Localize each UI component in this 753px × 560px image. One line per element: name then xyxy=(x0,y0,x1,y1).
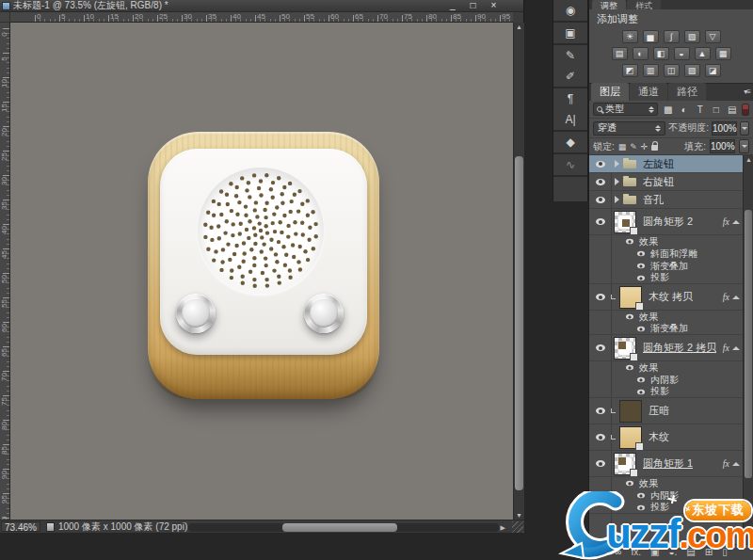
tool-presets-icon[interactable]: ✐ xyxy=(558,66,583,87)
eye-icon[interactable] xyxy=(637,326,645,331)
layer-filter-dropdown[interactable]: 类型 xyxy=(593,103,658,116)
collapse-effects-icon[interactable] xyxy=(732,462,740,466)
filter-adjustment-layers-icon[interactable]: ◐ xyxy=(677,103,691,117)
visibility-toggle[interactable] xyxy=(589,218,611,225)
layer-row[interactable]: 木纹 拷贝fx xyxy=(589,284,743,311)
layer-style-icon[interactable]: fx. xyxy=(631,545,641,560)
brush-presets-icon[interactable]: ✎ xyxy=(558,45,583,66)
canvas-vertical-scrollbar[interactable]: ▲ ▼ xyxy=(513,23,524,520)
effect-row[interactable]: 斜面和浮雕 xyxy=(589,248,743,260)
zoom-level-input[interactable]: 73.46% xyxy=(1,521,40,532)
black-white-icon[interactable]: ◧ xyxy=(653,47,669,60)
resize-grip[interactable] xyxy=(512,521,523,533)
fill-dropdown-icon[interactable] xyxy=(739,139,749,153)
fx-badge[interactable]: fx xyxy=(723,458,729,469)
fx-badge[interactable]: fx xyxy=(723,292,729,302)
color-balance-icon[interactable]: ◐ xyxy=(633,47,649,60)
filter-toggle-switch[interactable] xyxy=(742,104,749,116)
eye-icon[interactable] xyxy=(596,344,605,351)
eye-icon[interactable] xyxy=(637,389,645,394)
layer-thumbnail[interactable] xyxy=(614,337,636,360)
layers-scroll-up-icon[interactable]: ▲ xyxy=(745,156,752,163)
canvas-horizontal-scrollbar[interactable] xyxy=(188,523,499,532)
eye-icon[interactable] xyxy=(626,481,633,487)
eye-icon[interactable] xyxy=(596,197,605,203)
layer-thumbnail[interactable] xyxy=(619,286,642,309)
layer-mask-icon[interactable]: ▣ xyxy=(650,545,659,560)
gradient-map-icon[interactable]: ▨ xyxy=(684,64,700,77)
fx-badge[interactable]: fx xyxy=(723,343,729,353)
character-panel-icon[interactable]: A| xyxy=(558,109,583,130)
vertical-scroll-thumb[interactable] xyxy=(515,156,523,490)
visibility-toggle[interactable] xyxy=(589,294,611,300)
tab-styles[interactable]: 样式 xyxy=(627,0,661,9)
effect-row[interactable]: 投影 xyxy=(589,272,743,284)
effect-row[interactable]: 投影 xyxy=(589,386,743,398)
layer-row[interactable]: 圆角矩形 1fx xyxy=(589,451,743,477)
new-group-icon[interactable]: ▤ xyxy=(686,545,695,560)
3d-panel-icon[interactable]: ◆ xyxy=(558,132,583,152)
new-layer-icon[interactable]: ⊞ xyxy=(705,545,713,560)
eye-icon[interactable] xyxy=(626,239,633,245)
lock-position-icon[interactable]: ✛ xyxy=(641,142,649,152)
canvas-area[interactable] xyxy=(10,23,513,520)
layers-scrollbar[interactable]: ▲ xyxy=(743,155,753,544)
eye-icon[interactable] xyxy=(596,408,605,414)
curves-icon[interactable]: ∫ xyxy=(664,30,680,43)
layer-thumbnail[interactable] xyxy=(619,426,642,449)
document-titlebar[interactable]: 未标题-1 @ 73.5% (左旋钮, RGB/8) * _□× xyxy=(0,0,523,12)
visibility-toggle[interactable] xyxy=(589,408,611,414)
layer-row[interactable]: 音孔 xyxy=(589,191,743,209)
lock-pixels-icon[interactable]: ✎ xyxy=(630,142,637,152)
visibility-toggle[interactable] xyxy=(589,197,611,203)
eye-icon[interactable] xyxy=(596,179,605,185)
effect-row[interactable]: 渐变叠加 xyxy=(589,323,743,335)
visibility-toggle[interactable] xyxy=(589,179,611,185)
paragraph-panel-icon[interactable]: ¶ xyxy=(558,88,583,109)
layers-scroll-thumb[interactable] xyxy=(745,210,752,478)
scroll-right-icon[interactable]: ▶ xyxy=(501,524,505,532)
scroll-down-icon[interactable]: ▼ xyxy=(516,512,522,519)
layer-thumbnail[interactable] xyxy=(614,211,636,233)
visibility-toggle[interactable] xyxy=(589,434,611,440)
clone-source-icon[interactable]: ▣ xyxy=(558,23,583,43)
layer-row[interactable]: 压暗 xyxy=(589,398,743,424)
effects-header-row[interactable]: 效果 xyxy=(589,477,743,489)
fx-badge[interactable]: fx xyxy=(723,216,729,227)
selective-color-icon[interactable]: ◪ xyxy=(705,64,721,77)
lock-transparency-icon[interactable]: ▦ xyxy=(618,142,627,152)
blend-mode-dropdown[interactable]: 穿透 xyxy=(593,121,665,136)
eye-icon[interactable] xyxy=(637,504,645,510)
fill-input[interactable]: 100% xyxy=(710,139,735,153)
opacity-dropdown-icon[interactable] xyxy=(740,121,749,136)
visibility-toggle[interactable] xyxy=(589,161,611,168)
effects-header-row[interactable]: 效果 xyxy=(589,361,743,374)
eye-icon[interactable] xyxy=(596,460,605,467)
delete-layer-icon[interactable]: ▯ xyxy=(722,545,728,560)
expand-caret-icon[interactable] xyxy=(615,178,619,185)
eye-icon[interactable] xyxy=(637,251,645,257)
filter-smart-objects-icon[interactable]: ▤ xyxy=(725,103,739,117)
filter-pixel-layers-icon[interactable]: ▩ xyxy=(661,103,675,117)
eye-icon[interactable] xyxy=(637,264,645,269)
posterize-icon[interactable]: ▥ xyxy=(643,64,659,77)
share-panel-icon[interactable]: ∿ xyxy=(558,154,583,175)
color-lookup-icon[interactable]: ▦ xyxy=(715,47,731,60)
eye-icon[interactable] xyxy=(596,294,605,300)
adjustment-layer-icon[interactable]: ◒. xyxy=(668,545,677,560)
eye-icon[interactable] xyxy=(637,377,645,383)
effects-header-row[interactable]: 效果 xyxy=(589,235,743,248)
threshold-icon[interactable]: ◫ xyxy=(664,64,680,77)
levels-icon[interactable]: ▅ xyxy=(643,30,659,43)
tab-channels[interactable]: 通道 xyxy=(630,83,667,101)
horizontal-scroll-thumb[interactable] xyxy=(282,523,397,532)
photo-filter-icon[interactable]: ◒ xyxy=(674,47,690,60)
tab-layers[interactable]: 图层 xyxy=(591,83,629,101)
layer-row[interactable]: 圆角矩形 2fx xyxy=(589,209,743,235)
filter-type-layers-icon[interactable]: T xyxy=(693,103,707,117)
exposure-icon[interactable]: ▧ xyxy=(684,30,700,43)
layer-row[interactable]: 圆角矩形 2 拷贝fx xyxy=(589,335,743,361)
eye-icon[interactable] xyxy=(596,161,605,168)
collapse-effects-icon[interactable] xyxy=(732,346,740,350)
link-layers-icon[interactable]: ∞ xyxy=(615,545,621,560)
